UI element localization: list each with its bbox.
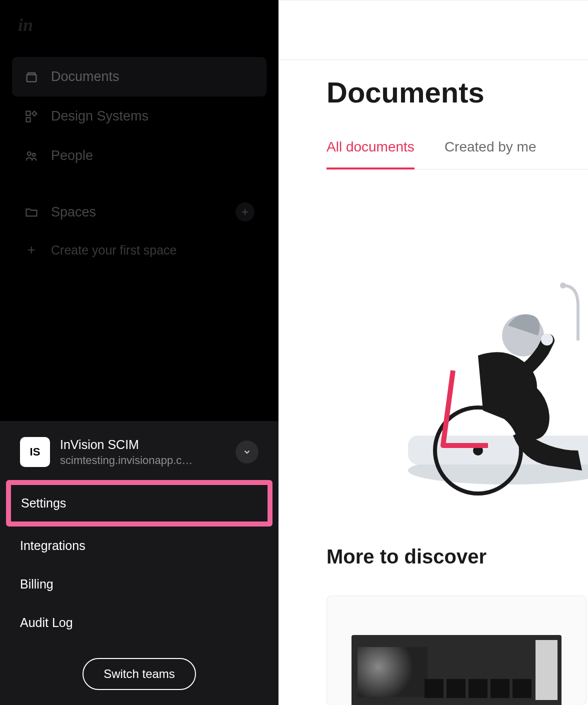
- sidebar-item-label: Design Systems: [51, 108, 148, 124]
- team-name: InVision SCIM: [60, 438, 226, 452]
- sidebar-item-label: Documents: [51, 69, 120, 84]
- tab-label: All documents: [326, 139, 414, 154]
- create-space-label: Create your first space: [51, 243, 177, 258]
- sidebar-item-label: People: [51, 148, 93, 164]
- svg-point-12: [541, 334, 553, 346]
- menu-item-label: Audit Log: [20, 616, 73, 630]
- topbar-separator: [278, 60, 588, 60]
- team-url: scimtesting.invisionapp.c…: [60, 454, 220, 467]
- folder-icon: [24, 204, 39, 220]
- plus-icon: +: [24, 242, 39, 258]
- svg-text:in: in: [18, 15, 33, 35]
- spaces-header: Spaces +: [12, 190, 266, 234]
- nav-section: Documents Design Systems People Spaces +: [0, 57, 278, 266]
- menu-item-label: Billing: [20, 577, 54, 591]
- spaces-label: Spaces: [51, 204, 96, 220]
- menu-item-label: Integrations: [20, 538, 86, 552]
- menu-item-integrations[interactable]: Integrations: [6, 526, 272, 565]
- documents-icon: [24, 70, 39, 84]
- svg-rect-1: [27, 74, 36, 82]
- design-systems-icon: [24, 109, 39, 124]
- sidebar-item-people[interactable]: People: [12, 136, 266, 176]
- menu-item-label: Settings: [21, 496, 66, 510]
- document-tabs: All documents Created by me: [326, 139, 588, 170]
- menu-item-audit-log[interactable]: Audit Log: [6, 604, 272, 642]
- sidebar-item-design-systems[interactable]: Design Systems: [12, 96, 266, 136]
- svg-point-4: [28, 152, 31, 155]
- card-preview: [352, 635, 562, 705]
- logo[interactable]: in: [0, 0, 278, 57]
- team-avatar: IS: [20, 437, 50, 467]
- sidebar-item-documents[interactable]: Documents: [12, 57, 266, 96]
- sidebar: in Documents Design Systems People: [0, 0, 278, 705]
- team-info: InVision SCIM scimtesting.invisionapp.c…: [60, 438, 226, 467]
- sidebar-bottom: IS InVision SCIM scimtesting.invisionapp…: [0, 421, 278, 705]
- discover-card[interactable]: [326, 596, 586, 705]
- tab-label: Created by me: [444, 139, 536, 154]
- team-menu: Settings Integrations Billing Audit Log: [0, 480, 278, 652]
- plus-icon: +: [242, 205, 248, 219]
- switch-teams-button[interactable]: Switch teams: [82, 658, 196, 690]
- main-content: Documents All documents Created by me: [278, 0, 588, 705]
- menu-item-settings[interactable]: Settings: [6, 480, 272, 526]
- svg-rect-3: [26, 118, 30, 122]
- team-expand-button[interactable]: [236, 440, 258, 464]
- page-title: Documents: [326, 76, 588, 109]
- empty-state-illustration: [378, 280, 588, 500]
- tab-created-by-me[interactable]: Created by me: [444, 139, 536, 169]
- menu-item-billing[interactable]: Billing: [6, 565, 272, 604]
- tab-all-documents[interactable]: All documents: [326, 139, 414, 169]
- discover-title: More to discover: [326, 546, 486, 568]
- people-icon: [24, 148, 39, 164]
- create-first-space[interactable]: + Create your first space: [12, 234, 266, 266]
- invision-logo-icon: in: [18, 15, 46, 35]
- team-switcher[interactable]: IS InVision SCIM scimtesting.invisionapp…: [0, 421, 278, 480]
- svg-point-13: [560, 282, 566, 288]
- svg-point-5: [32, 153, 36, 156]
- svg-rect-2: [26, 111, 30, 115]
- chevron-down-icon: [242, 448, 252, 456]
- add-space-button[interactable]: +: [236, 202, 254, 222]
